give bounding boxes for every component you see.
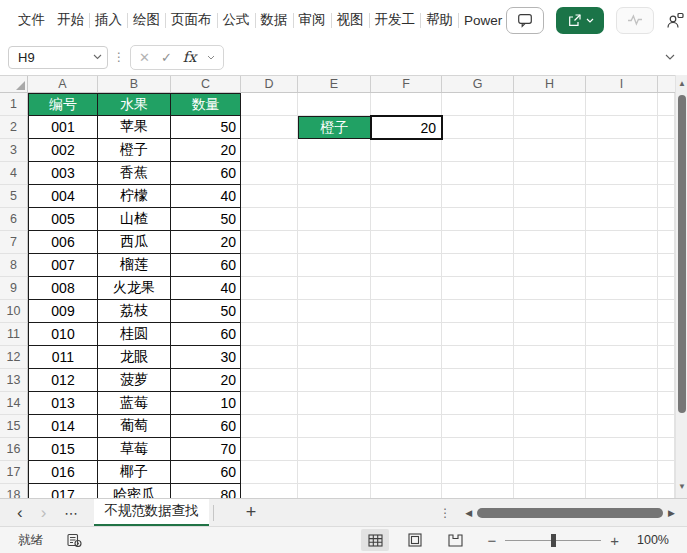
- insert-function-icon[interactable]: fx: [183, 49, 197, 65]
- cell[interactable]: [586, 346, 658, 369]
- cell[interactable]: [658, 139, 675, 162]
- cell-fruit[interactable]: 柠檬: [98, 185, 171, 208]
- cell[interactable]: [241, 438, 298, 461]
- cell-qty[interactable]: 60: [171, 162, 241, 185]
- row-header[interactable]: 14: [0, 392, 28, 415]
- cell[interactable]: [658, 116, 675, 139]
- horizontal-scrollbar-thumb[interactable]: [477, 508, 663, 518]
- cell[interactable]: [371, 415, 442, 438]
- cell-id[interactable]: 004: [28, 185, 98, 208]
- column-header-f[interactable]: F: [371, 76, 442, 92]
- column-header-d[interactable]: D: [241, 76, 298, 92]
- cell[interactable]: [514, 346, 586, 369]
- cell[interactable]: [442, 369, 514, 392]
- cell[interactable]: [442, 139, 514, 162]
- cell-fruit[interactable]: 山楂: [98, 208, 171, 231]
- ribbon-tab[interactable]: 帮助: [422, 0, 457, 40]
- cell[interactable]: [241, 93, 298, 116]
- cell-c1[interactable]: 数量: [171, 93, 241, 116]
- cell-id[interactable]: 013: [28, 392, 98, 415]
- cell[interactable]: [298, 162, 371, 185]
- cell-id[interactable]: 008: [28, 277, 98, 300]
- row-header[interactable]: 4: [0, 162, 28, 185]
- cell[interactable]: [586, 438, 658, 461]
- cell[interactable]: [658, 185, 675, 208]
- cell[interactable]: [442, 231, 514, 254]
- cell[interactable]: [658, 415, 675, 438]
- cell[interactable]: [298, 461, 371, 484]
- cell[interactable]: [241, 461, 298, 484]
- cell[interactable]: [241, 323, 298, 346]
- ribbon-tab[interactable]: 公式: [219, 0, 254, 40]
- cell[interactable]: [658, 323, 675, 346]
- ribbon-tab[interactable]: 文件: [14, 0, 49, 40]
- cell-qty[interactable]: 50: [171, 208, 241, 231]
- cell[interactable]: [514, 461, 586, 484]
- cell-b1[interactable]: 水果: [98, 93, 171, 116]
- cell[interactable]: [241, 415, 298, 438]
- cell[interactable]: [442, 254, 514, 277]
- cell[interactable]: [371, 346, 442, 369]
- row-header[interactable]: 7: [0, 231, 28, 254]
- page-layout-view-button[interactable]: [401, 529, 429, 551]
- cell-id[interactable]: 002: [28, 139, 98, 162]
- cell-qty[interactable]: 80: [171, 484, 241, 498]
- cell[interactable]: [371, 231, 442, 254]
- select-all-button[interactable]: [0, 76, 28, 92]
- cell-fruit[interactable]: 西瓜: [98, 231, 171, 254]
- cell-fruit[interactable]: 葡萄: [98, 415, 171, 438]
- cell[interactable]: [298, 231, 371, 254]
- cell[interactable]: [514, 392, 586, 415]
- cell[interactable]: [298, 346, 371, 369]
- row-header[interactable]: 11: [0, 323, 28, 346]
- ribbon-tab[interactable]: 页面布: [167, 0, 216, 40]
- cell[interactable]: [241, 369, 298, 392]
- column-header-e[interactable]: E: [298, 76, 371, 92]
- cell[interactable]: [658, 231, 675, 254]
- share-button[interactable]: [556, 7, 604, 34]
- formula-bar-splitter[interactable]: ⋮: [113, 50, 125, 64]
- cell[interactable]: [442, 323, 514, 346]
- ribbon-tab[interactable]: 插入: [91, 0, 126, 40]
- cell[interactable]: [514, 438, 586, 461]
- cell-qty[interactable]: 10: [171, 392, 241, 415]
- cell[interactable]: [371, 392, 442, 415]
- cell-id[interactable]: 016: [28, 461, 98, 484]
- cell[interactable]: [586, 162, 658, 185]
- cell[interactable]: [371, 323, 442, 346]
- cell-id[interactable]: 007: [28, 254, 98, 277]
- scroll-right-icon[interactable]: ▶: [668, 508, 675, 518]
- scroll-left-icon[interactable]: ◀: [465, 508, 472, 518]
- normal-view-button[interactable]: [361, 529, 389, 551]
- cell[interactable]: [442, 208, 514, 231]
- cell[interactable]: [241, 162, 298, 185]
- cell[interactable]: [514, 162, 586, 185]
- zoom-slider[interactable]: [505, 534, 601, 547]
- cell[interactable]: [442, 93, 514, 116]
- cell-fruit[interactable]: 蓝莓: [98, 392, 171, 415]
- cell[interactable]: [298, 254, 371, 277]
- cell-qty[interactable]: 20: [171, 369, 241, 392]
- cell-qty[interactable]: 60: [171, 461, 241, 484]
- cell[interactable]: [241, 208, 298, 231]
- row-header[interactable]: 16: [0, 438, 28, 461]
- cell[interactable]: [298, 185, 371, 208]
- cell-qty[interactable]: 50: [171, 300, 241, 323]
- cell[interactable]: [241, 254, 298, 277]
- cell[interactable]: [586, 254, 658, 277]
- cell-a1[interactable]: 编号: [28, 93, 98, 116]
- column-header-g[interactable]: G: [442, 76, 514, 92]
- cell[interactable]: [586, 116, 658, 139]
- cell-fruit[interactable]: 榴莲: [98, 254, 171, 277]
- cell-fruit[interactable]: 荔枝: [98, 300, 171, 323]
- lookup-qty-cell-f2[interactable]: 20: [370, 115, 443, 140]
- cell[interactable]: [371, 369, 442, 392]
- cell-fruit[interactable]: 菠萝: [98, 369, 171, 392]
- cell-qty[interactable]: 20: [171, 139, 241, 162]
- zoom-in-button[interactable]: +: [610, 532, 619, 549]
- cell-id[interactable]: 017: [28, 484, 98, 498]
- name-box[interactable]: H9: [8, 46, 108, 69]
- cell[interactable]: [514, 93, 586, 116]
- row-header[interactable]: 8: [0, 254, 28, 277]
- cell-qty[interactable]: 40: [171, 185, 241, 208]
